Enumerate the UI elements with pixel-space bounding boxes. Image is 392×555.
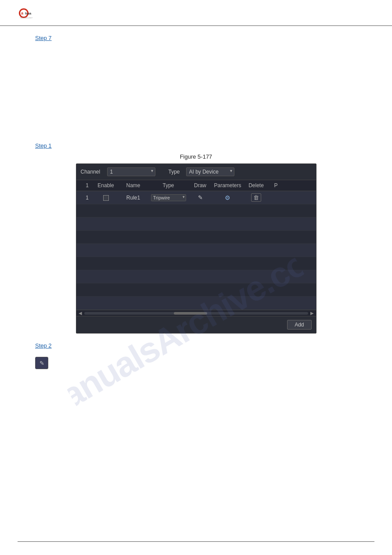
table-row-empty-5	[76, 244, 316, 257]
step1-label[interactable]: Step 1	[35, 142, 357, 149]
draw-pencil-icon[interactable]: ✎	[198, 194, 203, 201]
panel-footer: Add	[76, 316, 316, 333]
footer-line	[18, 541, 374, 542]
scrollbar-area: ◀ ▶	[76, 310, 316, 316]
th-type: Type	[149, 182, 188, 189]
row1-checkbox[interactable]	[103, 195, 109, 201]
table-row-empty-3	[76, 218, 316, 231]
add-button[interactable]: Add	[287, 320, 311, 330]
pencil-edit-button[interactable]: ✎	[35, 357, 48, 369]
table-row-empty-6	[76, 257, 316, 270]
row1-name: Rule1	[118, 195, 149, 201]
step7-label[interactable]: Step 7	[35, 35, 357, 41]
svg-text:TECHNOLOGY: TECHNOLOGY	[20, 17, 33, 19]
step2-label[interactable]: Step 2	[35, 342, 357, 349]
th-num: 1	[81, 182, 94, 189]
panel-header: Channel 1 2 3 4 Type AI by Device AI by …	[76, 164, 316, 180]
scroll-left-icon[interactable]: ◀	[79, 311, 82, 316]
table-row-empty-7	[76, 270, 316, 283]
channel-dropdown[interactable]: 1 2 3 4	[107, 167, 155, 176]
main-content: Step 7 Step 1 Figure 5-177 Channel 1 2 3…	[0, 26, 392, 378]
delete-trash-icon[interactable]: 🗑	[251, 193, 261, 202]
type-dropdown-wrapper[interactable]: AI by Device AI by NVR	[186, 167, 234, 176]
row1-num: 1	[81, 195, 94, 201]
params-gear-icon[interactable]: ⚙	[225, 194, 230, 201]
table-row-empty-9	[76, 297, 316, 310]
step7-section: Step 7	[35, 35, 357, 134]
table-header: 1 Enable Name Type Draw Parameters Delet…	[76, 180, 316, 191]
th-params: Parameters	[212, 182, 243, 189]
figure-caption: Figure 5-177	[35, 153, 357, 160]
dahua-logo: a hua TECHNOLOGY	[18, 4, 40, 22]
svg-text:hua: hua	[25, 11, 32, 15]
th-p: P	[270, 182, 283, 189]
ui-panel: Channel 1 2 3 4 Type AI by Device AI by …	[76, 163, 316, 334]
channel-label: Channel	[81, 169, 107, 175]
step2-section: Step 2 ✎	[35, 342, 357, 369]
th-draw: Draw	[188, 182, 212, 189]
table-row-empty-8	[76, 283, 316, 297]
pencil-small-icon: ✎	[40, 360, 44, 366]
step7-space	[35, 46, 357, 134]
row1-draw[interactable]: ✎	[188, 194, 212, 201]
logo: a hua TECHNOLOGY	[18, 4, 40, 22]
th-name: Name	[118, 182, 149, 189]
table-body: 1 Rule1 Tripwire Intrusion	[76, 191, 316, 310]
header: a hua TECHNOLOGY	[0, 0, 392, 26]
type-dropdown[interactable]: AI by Device AI by NVR	[186, 167, 234, 176]
scroll-thumb	[174, 312, 208, 315]
row1-enable[interactable]	[94, 194, 118, 200]
channel-dropdown-wrapper[interactable]: 1 2 3 4	[107, 167, 155, 176]
scroll-right-icon[interactable]: ▶	[310, 311, 314, 316]
row1-type-dropdown[interactable]: Tripwire Intrusion	[151, 194, 186, 201]
table-row: 1 Rule1 Tripwire Intrusion	[76, 191, 316, 204]
step1-section: Step 1 Figure 5-177 Channel 1 2 3 4 Type	[35, 142, 357, 334]
th-enable: Enable	[94, 182, 118, 189]
type-label: Type	[169, 169, 186, 175]
row1-type-wrapper[interactable]: Tripwire Intrusion	[149, 194, 188, 201]
scroll-track[interactable]	[84, 312, 308, 315]
row1-type-dropdown-container[interactable]: Tripwire Intrusion	[151, 194, 186, 201]
th-delete: Delete	[243, 182, 270, 189]
row1-delete[interactable]: 🗑	[243, 194, 270, 201]
table-row-empty-4	[76, 231, 316, 244]
table-row-empty-2	[76, 204, 316, 218]
row1-params[interactable]: ⚙	[212, 194, 243, 201]
